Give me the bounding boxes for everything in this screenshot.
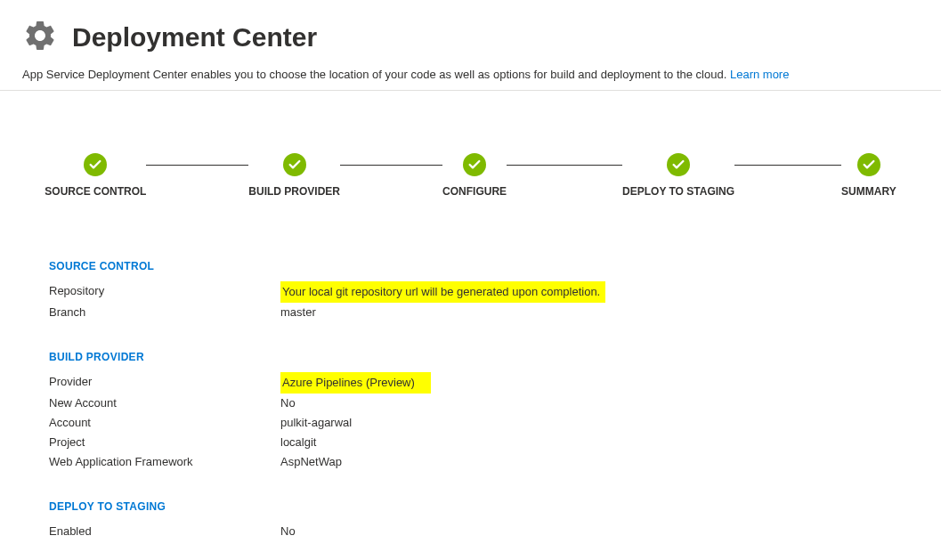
row-account: Account pulkit-agarwal [49,413,941,433]
progress-stepper: SOURCE CONTROL BUILD PROVIDER CONFIGURE … [0,91,941,198]
step-label: DEPLOY TO STAGING [622,185,734,198]
summary-content: SOURCE CONTROL Repository Your local git… [0,198,941,541]
step-circle [283,153,306,176]
step-label: SUMMARY [841,185,896,198]
value-provider: Azure Pipelines (Preview) [280,372,431,394]
row-framework: Web Application Framework AspNetWap [49,452,941,472]
label-provider: Provider [49,372,280,394]
check-icon [467,158,482,172]
step-connector [734,165,841,166]
step-connector [146,165,248,166]
description-text: App Service Deployment Center enables yo… [22,68,730,81]
section-source-control: SOURCE CONTROL Repository Your local git… [49,260,941,322]
value-repository: Your local git repository url will be ge… [280,281,605,303]
row-new-account: New Account No [49,394,941,413]
step-deploy-to-staging[interactable]: DEPLOY TO STAGING [622,153,734,198]
step-connector [340,165,442,166]
gear-icon [22,18,58,57]
label-enabled: Enabled [49,522,280,541]
step-circle [463,153,486,176]
check-icon [862,158,876,172]
section-title: DEPLOY TO STAGING [49,500,941,513]
value-branch: master [280,303,316,322]
step-source-control[interactable]: SOURCE CONTROL [45,153,146,198]
step-label: SOURCE CONTROL [45,185,146,198]
page-title: Deployment Center [72,22,317,53]
check-icon [671,158,685,172]
row-branch: Branch master [49,303,941,322]
value-project: localgit [280,433,316,452]
label-framework: Web Application Framework [49,452,280,472]
label-account: Account [49,413,280,433]
row-enabled: Enabled No [49,522,941,541]
check-icon [288,158,302,172]
check-icon [88,158,102,172]
step-circle [667,153,690,176]
step-connector [507,165,622,166]
section-deploy-to-staging: DEPLOY TO STAGING Enabled No [49,500,941,541]
label-repository: Repository [49,281,280,303]
row-repository: Repository Your local git repository url… [49,281,941,303]
value-enabled: No [280,522,296,541]
label-new-account: New Account [49,394,280,413]
value-framework: AspNetWap [280,452,342,472]
section-build-provider: BUILD PROVIDER Provider Azure Pipelines … [49,351,941,472]
row-provider: Provider Azure Pipelines (Preview) [49,372,941,394]
learn-more-link[interactable]: Learn more [730,68,789,81]
row-project: Project localgit [49,433,941,452]
value-account: pulkit-agarwal [280,413,352,433]
page-description: App Service Deployment Center enables yo… [0,57,941,91]
section-title: BUILD PROVIDER [49,351,941,363]
label-project: Project [49,433,280,452]
step-label: BUILD PROVIDER [248,185,340,198]
step-configure[interactable]: CONFIGURE [442,153,507,198]
step-build-provider[interactable]: BUILD PROVIDER [248,153,340,198]
step-circle [857,153,880,176]
step-summary[interactable]: SUMMARY [841,153,896,198]
step-circle [84,153,107,176]
section-title: SOURCE CONTROL [49,260,941,272]
page-header: Deployment Center [0,0,941,57]
value-new-account: No [280,394,296,413]
label-branch: Branch [49,303,280,322]
step-label: CONFIGURE [442,185,507,198]
